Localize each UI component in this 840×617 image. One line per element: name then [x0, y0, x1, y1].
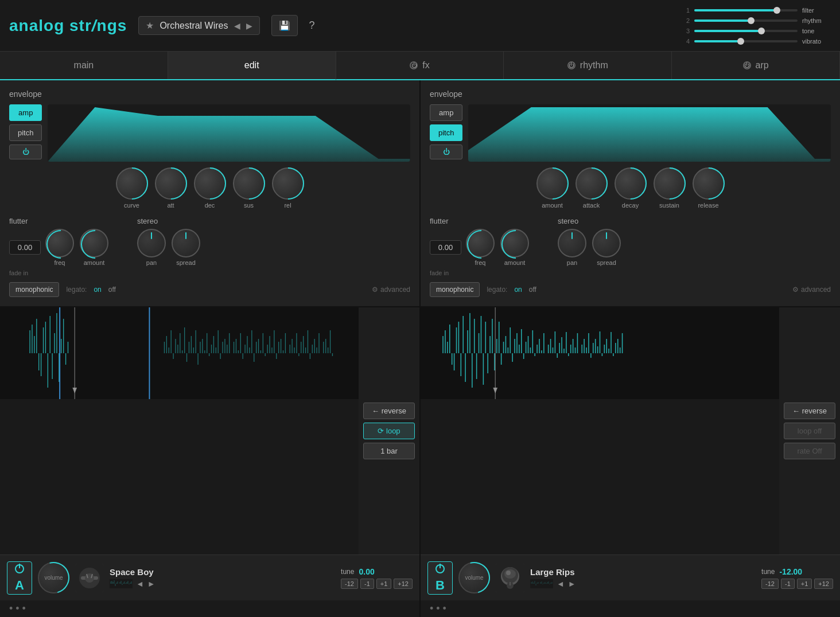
legato-text-b: legato:	[487, 286, 507, 294]
stereo-pan-knob-b[interactable]	[558, 229, 586, 257]
stereo-pan-knob-a[interactable]	[137, 229, 166, 257]
release-label-b: release	[698, 202, 718, 209]
knob-group-release-b: release	[693, 167, 725, 209]
tune-value-b: -12.00	[779, 567, 802, 576]
layer-power-icon-b	[435, 564, 445, 573]
env-power-a[interactable]: ⏻	[9, 145, 42, 159]
release-knob-b[interactable]	[693, 167, 725, 200]
dots-menu-a[interactable]: • • •	[7, 600, 28, 616]
stereo-spread-knob-a[interactable]	[172, 229, 200, 257]
arp-power-icon: ⏻	[743, 61, 751, 69]
tune-plus1-a[interactable]: +1	[376, 579, 392, 589]
sample-controls-b: ← reverse loop off rate Off	[779, 307, 840, 554]
preset-next[interactable]: ▶	[246, 21, 252, 30]
fx-power-icon: ⏻	[410, 61, 418, 69]
stereo-label-a: stereo	[137, 217, 200, 225]
advanced-btn-b[interactable]: ⚙ advanced	[792, 286, 831, 294]
sustain-knob-b[interactable]	[654, 167, 686, 200]
flutter-freq-knob-b[interactable]	[466, 229, 495, 257]
tune-plus12-b[interactable]: +12	[814, 579, 833, 589]
tab-arp[interactable]: ⏻ arp	[672, 52, 840, 79]
svg-point-102	[85, 573, 94, 583]
flutter-amount-knob-b[interactable]	[500, 229, 529, 257]
flutter-value-b[interactable]	[430, 240, 461, 255]
amount-knob-b[interactable]	[536, 167, 569, 200]
envelope-display-b	[468, 104, 831, 162]
slider-tone: 3 tone	[683, 28, 831, 34]
sample-prev-a[interactable]: ◄	[136, 579, 144, 588]
tune-plus1-b[interactable]: +1	[797, 579, 812, 589]
sample-name-a: Space Boy	[110, 567, 335, 577]
env-power-b[interactable]: ⏻	[430, 145, 462, 159]
sample-panel-b: ← reverse loop off rate Off B volume	[421, 307, 840, 617]
bottom-bar-a: monophonic legato: on off ⚙ advanced	[9, 282, 410, 297]
rel-knob[interactable]	[272, 167, 304, 200]
fade-in-label-a: fade in	[9, 270, 108, 276]
bar-button-a[interactable]: 1 bar	[363, 443, 415, 459]
flutter-value-a[interactable]	[9, 240, 41, 255]
favorite-icon[interactable]: ★	[146, 20, 154, 31]
sample-next-b[interactable]: ►	[568, 579, 576, 588]
tab-edit[interactable]: edit	[168, 52, 336, 80]
flutter-amount-knob-a[interactable]	[80, 229, 108, 257]
slider-vibrato: 4 vibrato	[683, 38, 831, 45]
dec-knob[interactable]	[194, 167, 226, 200]
mono-button-a[interactable]: monophonic	[9, 282, 59, 297]
envelope-panel-b: envelope amp pitch ⏻	[421, 80, 840, 306]
decay-knob-b[interactable]	[615, 167, 647, 200]
sample-controls-a: ← reverse ⟳ loop 1 bar	[359, 307, 419, 554]
attack-label-b: attack	[583, 202, 600, 209]
sample-nav-b: ◄ ►	[530, 579, 756, 588]
sus-knob[interactable]	[233, 167, 265, 200]
layer-power-icon-a	[15, 564, 24, 573]
save-button[interactable]: 💾	[271, 15, 298, 36]
tune-plus12-a[interactable]: +12	[394, 579, 413, 589]
preset-prev[interactable]: ◀	[234, 21, 240, 30]
legato-off-a[interactable]: off	[108, 286, 116, 294]
att-label: att	[167, 202, 174, 209]
flutter-freq-knob-a[interactable]	[45, 229, 74, 257]
volume-knob-a[interactable]: volume	[38, 562, 69, 593]
loop-button-a[interactable]: ⟳ loop	[363, 423, 415, 439]
mono-button-b[interactable]: monophonic	[430, 282, 480, 297]
att-knob[interactable]	[155, 167, 187, 200]
pitch-button-b[interactable]: pitch	[430, 124, 462, 141]
tune-minus1-b[interactable]: -1	[781, 579, 795, 589]
layer-b-button[interactable]: B	[427, 561, 453, 595]
layer-a-button[interactable]: A	[7, 561, 32, 595]
knob-group-rel: rel	[272, 167, 304, 209]
legato-off-b[interactable]: off	[529, 286, 536, 294]
svg-rect-0	[0, 307, 359, 399]
legato-on-b[interactable]: on	[514, 286, 522, 294]
volume-knob-b[interactable]: volume	[458, 562, 490, 593]
amp-button-a[interactable]: amp	[9, 104, 42, 121]
tab-fx[interactable]: ⏻ fx	[336, 52, 504, 79]
reverse-button-b[interactable]: ← reverse	[784, 403, 835, 419]
sample-prev-b[interactable]: ◄	[557, 579, 565, 588]
tune-minus12-b[interactable]: -12	[761, 579, 779, 589]
tune-minus12-a[interactable]: -12	[341, 579, 358, 589]
tune-minus1-a[interactable]: -1	[360, 579, 374, 589]
knob-group-sustain-b: sustain	[654, 167, 686, 209]
waveform-a	[0, 307, 359, 399]
amp-button-b[interactable]: amp	[430, 104, 462, 121]
dots-menu-b[interactable]: • • •	[427, 600, 449, 616]
help-button[interactable]: ?	[309, 19, 315, 32]
sustain-label-b: sustain	[659, 202, 679, 209]
loop-button-b[interactable]: loop off	[784, 423, 835, 439]
sample-next-a[interactable]: ►	[147, 579, 155, 588]
rate-button-b[interactable]: rate Off	[784, 443, 835, 459]
env-type-buttons-b: amp pitch ⏻	[430, 104, 462, 159]
tab-main[interactable]: main	[0, 52, 168, 79]
advanced-btn-a[interactable]: ⚙ advanced	[372, 286, 410, 294]
attack-knob-b[interactable]	[575, 167, 608, 200]
pitch-button-a[interactable]: pitch	[9, 124, 42, 141]
legato-on-a[interactable]: on	[94, 286, 101, 294]
sample-bottom-a: A volume	[0, 554, 419, 600]
rel-label: rel	[284, 202, 291, 209]
tab-rhythm[interactable]: ⏻ rhythm	[504, 52, 672, 79]
dec-label: dec	[205, 202, 215, 209]
stereo-spread-knob-b[interactable]	[592, 229, 621, 257]
reverse-button-a[interactable]: ← reverse	[363, 403, 415, 419]
curve-knob[interactable]	[116, 167, 148, 200]
